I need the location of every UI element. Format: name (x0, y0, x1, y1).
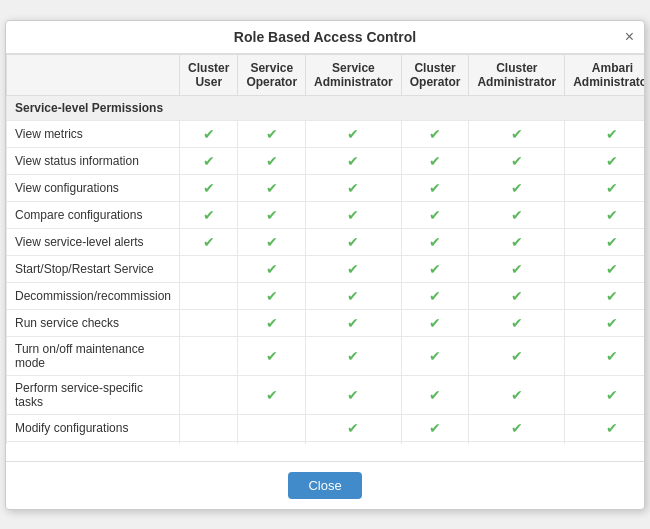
check-icon: ✔ (266, 153, 278, 169)
permission-cell: ✔ (238, 174, 306, 201)
check-icon: ✔ (347, 420, 359, 436)
table-header-row: Cluster User Service Operator Service Ad… (7, 54, 645, 95)
row-label: View service-level alerts (7, 228, 180, 255)
permission-cell: ✔ (565, 174, 644, 201)
permission-cell: ✔ (238, 282, 306, 309)
permission-cell: ✔ (306, 174, 402, 201)
permission-cell: ✔ (238, 228, 306, 255)
table-row: Decommission/recommission✔✔✔✔✔ (7, 282, 645, 309)
table-row: Manage configuration groups✔✔✔✔ (7, 441, 645, 444)
permission-cell: ✔ (469, 201, 565, 228)
check-icon: ✔ (347, 387, 359, 403)
rbac-dialog: Role Based Access Control × Cluster User… (5, 20, 645, 510)
permission-cell: ✔ (565, 228, 644, 255)
check-icon: ✔ (511, 348, 523, 364)
close-x-button[interactable]: × (625, 29, 634, 45)
permission-cell: ✔ (401, 228, 469, 255)
check-icon: ✔ (347, 348, 359, 364)
permission-cell: ✔ (180, 120, 238, 147)
permission-cell: ✔ (469, 441, 565, 444)
check-icon: ✔ (203, 180, 215, 196)
check-icon: ✔ (347, 234, 359, 250)
row-label: Start/Stop/Restart Service (7, 255, 180, 282)
permission-cell: ✔ (401, 147, 469, 174)
table-wrapper[interactable]: Cluster User Service Operator Service Ad… (6, 54, 644, 444)
check-icon: ✔ (429, 126, 441, 142)
permission-cell: ✔ (469, 282, 565, 309)
col-cluster-admin: Cluster Administrator (469, 54, 565, 95)
dialog-body: Cluster User Service Operator Service Ad… (6, 54, 644, 461)
permission-cell: ✔ (401, 201, 469, 228)
permission-cell: ✔ (401, 414, 469, 441)
permission-cell: ✔ (401, 375, 469, 414)
check-icon: ✔ (347, 180, 359, 196)
permission-cell: ✔ (238, 375, 306, 414)
dialog-footer: Close (6, 461, 644, 509)
table-row: Start/Stop/Restart Service✔✔✔✔✔ (7, 255, 645, 282)
check-icon: ✔ (606, 261, 618, 277)
check-icon: ✔ (429, 207, 441, 223)
check-icon: ✔ (511, 180, 523, 196)
permission-cell: ✔ (238, 336, 306, 375)
col-cluster-user: Cluster User (180, 54, 238, 95)
permission-cell: ✔ (306, 201, 402, 228)
permission-cell: ✔ (238, 120, 306, 147)
permission-cell: ✔ (306, 441, 402, 444)
permission-cell: ✔ (469, 228, 565, 255)
permission-cell: ✔ (306, 228, 402, 255)
close-button[interactable]: Close (288, 472, 361, 499)
check-icon: ✔ (266, 180, 278, 196)
check-icon: ✔ (347, 126, 359, 142)
check-icon: ✔ (511, 288, 523, 304)
permissions-table: Cluster User Service Operator Service Ad… (6, 54, 644, 444)
check-icon: ✔ (203, 207, 215, 223)
check-icon: ✔ (606, 180, 618, 196)
permission-cell: ✔ (401, 120, 469, 147)
permission-cell: ✔ (469, 414, 565, 441)
check-icon: ✔ (606, 288, 618, 304)
permission-cell: ✔ (180, 201, 238, 228)
permission-cell: ✔ (565, 120, 644, 147)
table-row: View metrics✔✔✔✔✔✔ (7, 120, 645, 147)
permission-cell (180, 255, 238, 282)
permission-cell: ✔ (180, 228, 238, 255)
check-icon: ✔ (266, 261, 278, 277)
col-cluster-operator: Cluster Operator (401, 54, 469, 95)
permission-cell (180, 375, 238, 414)
table-row: Turn on/off maintenance mode✔✔✔✔✔ (7, 336, 645, 375)
permission-cell: ✔ (401, 336, 469, 375)
check-icon: ✔ (429, 420, 441, 436)
row-label: Run service checks (7, 309, 180, 336)
check-icon: ✔ (606, 153, 618, 169)
row-label: Modify configurations (7, 414, 180, 441)
row-label: View configurations (7, 174, 180, 201)
check-icon: ✔ (429, 153, 441, 169)
check-icon: ✔ (266, 348, 278, 364)
check-icon: ✔ (429, 387, 441, 403)
check-icon: ✔ (203, 153, 215, 169)
check-icon: ✔ (266, 288, 278, 304)
check-icon: ✔ (203, 234, 215, 250)
row-label: Compare configurations (7, 201, 180, 228)
permission-cell (180, 441, 238, 444)
table-row: Run service checks✔✔✔✔✔ (7, 309, 645, 336)
permission-cell: ✔ (306, 282, 402, 309)
permission-cell: ✔ (306, 375, 402, 414)
row-label: View status information (7, 147, 180, 174)
permission-cell: ✔ (469, 309, 565, 336)
permission-cell: ✔ (469, 255, 565, 282)
permission-cell: ✔ (238, 147, 306, 174)
permission-cell: ✔ (401, 255, 469, 282)
check-icon: ✔ (266, 234, 278, 250)
check-icon: ✔ (347, 153, 359, 169)
check-icon: ✔ (511, 420, 523, 436)
permission-cell: ✔ (180, 147, 238, 174)
check-icon: ✔ (429, 234, 441, 250)
check-icon: ✔ (511, 153, 523, 169)
permission-cell: ✔ (565, 336, 644, 375)
permission-cell: ✔ (306, 336, 402, 375)
section-header-row: Service-level Permissions (7, 95, 645, 120)
check-icon: ✔ (511, 126, 523, 142)
permission-cell: ✔ (306, 147, 402, 174)
check-icon: ✔ (347, 207, 359, 223)
